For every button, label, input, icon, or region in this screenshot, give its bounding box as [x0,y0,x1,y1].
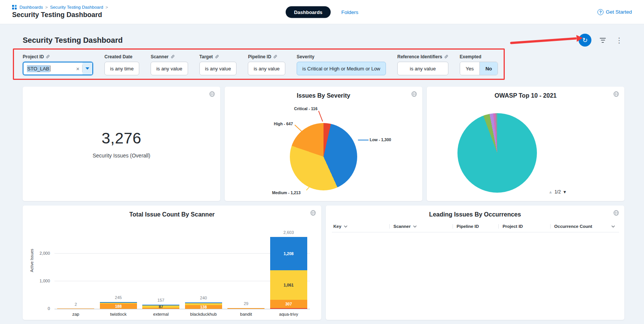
issues-by-severity-tile: Issues By Severity Critical - 116 High -… [225,87,422,201]
bar-column-blackduckhub: 138240blackduckhub [182,235,225,309]
help-icon: ? [597,9,604,15]
y-axis-title: Active Issues [30,249,34,272]
column-header-project-id[interactable]: Project ID [498,224,550,229]
filter-label-reference-identifiers: Reference Identifiers [397,54,448,59]
kebab-menu-icon[interactable]: ⋮ [614,36,624,45]
project-id-value: STO_LAB [27,65,50,72]
bar-total-label: 2,603 [268,230,310,235]
filter-label-scanner: Scanner [151,54,188,59]
refresh-icon: ↻ [582,37,588,44]
sort-chevron-icon [413,225,417,228]
breadcrumb-link-current[interactable]: Security Testing Dashboard [50,5,103,9]
page-up-icon[interactable]: ▲ [549,190,553,194]
tab-folders[interactable]: Folders [341,9,358,15]
breadcrumb-separator: > [106,5,108,9]
link-icon [215,55,219,59]
bar-segment-low [142,305,179,306]
exempted-yes-button[interactable]: Yes [460,62,479,75]
owasp-pie [457,113,537,193]
scanner-filter-button[interactable]: is any value [151,62,188,75]
link-icon [171,55,175,59]
exempted-no-button[interactable]: No [479,62,498,75]
pipeline-id-filter-button[interactable]: is any value [248,62,285,75]
breadcrumb-separator: > [45,5,48,9]
filter-icon[interactable] [598,36,607,44]
column-label: Scanner [394,224,411,229]
filter-label-text: Project ID [23,54,44,59]
bar-total-label: 245 [97,295,140,300]
filter-label-text: Exempted [460,54,481,59]
owasp-top-10-tile: OWASP Top 10 - 2021 ▲ 1/2 ▼ [427,87,624,201]
refresh-button[interactable]: ↻ [579,34,591,47]
x-axis-label: twistlock [97,312,140,316]
text-cursor [50,65,50,72]
globe-icon[interactable] [310,210,316,216]
filter-label-text: Pipeline ID [248,54,271,59]
tiles-row-2: Total Issue Count By Scanner Active Issu… [23,206,624,320]
filter-scanner: Scanner is any value [151,54,188,75]
bar-segment-critical [270,308,307,309]
filter-label-text: Scanner [151,54,168,59]
bar-stack: 188 [100,302,137,309]
y-tick-label: 1,000 [39,279,50,283]
dropdown-arrow-icon[interactable] [82,62,92,75]
created-date-filter-button[interactable]: is any time [104,62,139,75]
column-header-scanner[interactable]: Scanner [389,224,453,229]
bar-column-zap: 2zap [54,235,97,309]
column-label: Project ID [502,224,523,229]
severity-filter-button[interactable]: is Critical or High or Medium or Low [297,62,386,75]
project-id-combobox[interactable]: STO_LAB × [23,62,93,75]
bar-stack: 138 [185,302,222,309]
security-issues-overall-tile: 3,276 Security Issues (Overall) [23,87,220,201]
x-axis-label: aqua-trivy [268,312,310,316]
bar-segment-high [227,308,264,309]
bar-segment-low: 1,208 [270,237,307,270]
bar-segment-medium [185,303,222,305]
breadcrumb-link-dashboards[interactable]: Dashboards [20,5,43,9]
bar-column-external: 87157external [140,235,182,309]
bar-total-label: 2 [54,302,97,307]
column-header-pipeline-id[interactable]: Pipeline ID [453,224,498,229]
y-tick-label: 2,000 [39,251,50,255]
dashboards-grid-icon [12,5,17,9]
page-down-icon[interactable]: ▼ [563,190,567,194]
tiles-row-1: 3,276 Security Issues (Overall) Issues B… [23,87,624,201]
top-bar-right: ? Get Started [597,9,632,15]
filter-label-created-date: Created Date [104,54,139,59]
bar-stack [57,308,94,309]
column-header-occurrence-count[interactable]: Occurrence Count [550,224,619,229]
clear-icon[interactable]: × [73,65,82,72]
pie-label-high: High - 647 [249,122,293,126]
globe-icon[interactable] [613,210,619,216]
severity-pie [290,123,357,190]
x-axis-label: external [140,312,182,316]
window-title: Security Testing Dashboard [12,11,108,19]
table-header-row: Key Scanner Pipeline ID Project ID Occ [332,224,619,232]
x-axis-label: zap [54,312,97,316]
reference-identifiers-filter-button[interactable]: is any value [397,62,448,75]
bar-segment-label: 1,061 [284,283,294,287]
filter-label-text: Reference Identifiers [397,54,442,59]
get-started-link[interactable]: ? Get Started [597,9,632,15]
bar-stack: 87 [142,305,179,309]
tab-dashboards[interactable]: Dashboards [286,6,331,18]
filter-target: Target is any value [199,54,237,75]
top-bar: Dashboards > Security Testing Dashboard … [0,0,644,24]
dashboard-content: Security Testing Dashboard ↻ ⋮ Project I… [0,24,644,324]
filter-created-date: Created Date is any time [104,54,139,75]
filter-exempted: Exempted Yes No [460,54,498,75]
globe-icon[interactable] [209,91,215,97]
globe-icon[interactable] [613,91,619,97]
filter-pipeline-id: Pipeline ID is any value [248,54,285,75]
pie-label-medium: Medium - 1,213 [272,190,300,195]
column-header-key[interactable]: Key [332,224,389,229]
leader-line-high [294,125,303,133]
owasp-tile-title: OWASP Top 10 - 2021 [427,92,624,99]
bar-segment-high: 188 [100,304,137,309]
filter-label-severity: Severity [297,54,386,59]
filter-label-project-id: Project ID [23,54,93,59]
target-filter-button[interactable]: is any value [199,62,237,75]
link-icon [444,55,448,59]
pie-label-low: Low - 1,300 [370,137,391,142]
filter-label-pipeline-id: Pipeline ID [248,54,285,59]
